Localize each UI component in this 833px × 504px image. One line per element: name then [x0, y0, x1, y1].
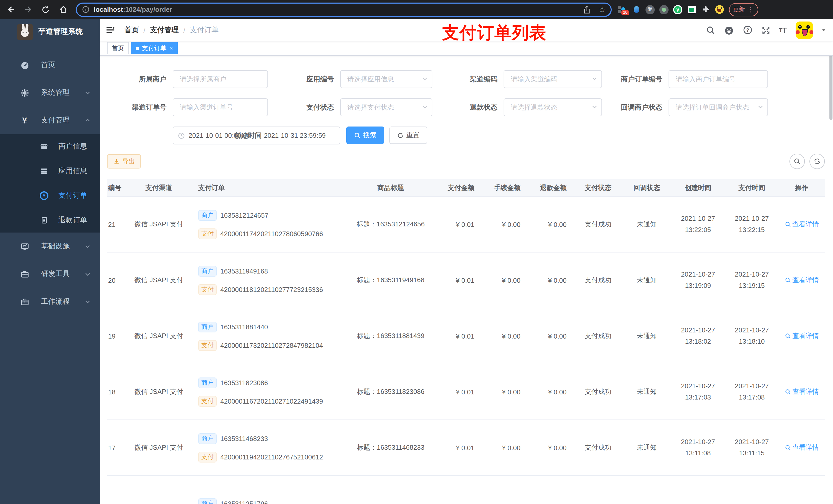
avatar-caret-icon[interactable]: [822, 29, 826, 33]
col-fee: 手续金额: [481, 183, 528, 192]
page-content: 所属商户 应用编号 渠道编码: [100, 56, 833, 504]
channel-order-no-input[interactable]: [173, 98, 268, 116]
browser-update-button[interactable]: 更新 ⋮: [729, 3, 758, 16]
merchant-tag: 商户: [198, 498, 217, 504]
extension-y-icon[interactable]: y: [673, 5, 682, 14]
merchant-tag: 商户: [198, 433, 217, 444]
field-label: 渠道编码: [432, 74, 504, 84]
cell-amount: ¥ 0.01: [435, 388, 481, 396]
red-annotation: 支付订单列表: [442, 22, 547, 45]
pay-tag: 支付: [198, 228, 217, 239]
cell-channel: 微信 JSAPI 支付: [125, 443, 192, 452]
home-icon[interactable]: [56, 3, 70, 16]
created-time: 13:18:02: [685, 338, 711, 345]
extension-balloon-icon[interactable]: [632, 5, 641, 14]
refresh-icon[interactable]: [809, 154, 825, 169]
cell-status: 支付成功: [574, 387, 622, 397]
merchant-order-no-input[interactable]: [669, 70, 768, 88]
page-scrollbar[interactable]: [829, 47, 832, 120]
breadcrumb-home[interactable]: 首页: [124, 25, 139, 34]
sidebar-item-payment[interactable]: ¥ 支付管理: [0, 106, 100, 134]
close-icon[interactable]: ×: [170, 45, 173, 51]
url-bar[interactable]: localhost:1024/pay/order ☆: [76, 2, 612, 17]
site-info-icon[interactable]: [82, 6, 90, 13]
pay-status-select[interactable]: [340, 98, 432, 116]
channel-code-select[interactable]: [504, 70, 602, 88]
extension-chat-icon[interactable]: [687, 5, 696, 14]
help-icon[interactable]: ?: [743, 25, 752, 35]
date-range-picker[interactable]: 2021-10-01 00:00:00 - 2021-10-31 23:59:5…: [173, 126, 340, 144]
share-icon[interactable]: [583, 5, 590, 14]
reset-button[interactable]: 重置: [389, 126, 427, 144]
cell-title: 标题：1635312124656: [346, 220, 435, 229]
view-detail-link[interactable]: 查看详情: [785, 220, 819, 229]
back-icon[interactable]: [4, 3, 18, 16]
sidebar-item-infrastructure[interactable]: 基础设施: [0, 233, 100, 260]
hamburger-icon[interactable]: [100, 19, 120, 41]
extension-command-icon[interactable]: ⌘: [645, 5, 655, 14]
view-detail-label: 查看详情: [792, 387, 819, 397]
paid-time: 13:18:10: [739, 338, 765, 345]
tag-pay-order[interactable]: 支付订单 ×: [131, 42, 178, 54]
extension-emoji-icon[interactable]: [715, 5, 724, 14]
pay-tag: 支付: [198, 396, 217, 406]
breadcrumb-separator: /: [143, 26, 145, 34]
cell-id: 21: [107, 220, 125, 228]
cell-pay-order: 商户1635311881440 支付4200001173202110272847…: [192, 308, 346, 364]
search-icon[interactable]: [706, 25, 715, 34]
cell-fee: ¥ 0.00: [481, 276, 528, 284]
paid-date: 2021-10-27: [735, 438, 769, 446]
filter-merchant-order-no: 商户订单编号: [602, 70, 768, 88]
search-label: 搜索: [363, 130, 377, 140]
merchant-tag: 商户: [198, 321, 217, 332]
merchant-input[interactable]: [173, 70, 268, 88]
chevron-up-icon: [85, 117, 91, 123]
col-actions: 操作: [779, 183, 825, 192]
refund-status-select[interactable]: [504, 98, 602, 116]
sidebar-item-app-info[interactable]: 应用信息: [0, 159, 100, 183]
fullscreen-icon[interactable]: [761, 25, 770, 34]
export-button[interactable]: 导出: [107, 154, 141, 169]
sidebar-item-refund-order[interactable]: 退款订单: [0, 208, 100, 233]
font-size-icon[interactable]: TT: [779, 26, 787, 34]
notify-status-select[interactable]: [669, 98, 768, 116]
sidebar-item-system[interactable]: 系统管理: [0, 79, 100, 106]
cell-channel: 微信 JSAPI 支付: [125, 387, 192, 397]
extension-puzzle-icon[interactable]: [701, 5, 710, 14]
cell-refund: ¥ 0.00: [528, 332, 574, 340]
extension-dot-icon[interactable]: [659, 5, 669, 14]
sidebar-item-label: 首页: [41, 61, 55, 70]
extension-badge: 10: [621, 10, 629, 15]
github-icon[interactable]: [723, 25, 734, 35]
view-detail-link[interactable]: 查看详情: [785, 331, 819, 341]
sidebar-item-merchant-info[interactable]: 商户信息: [0, 134, 100, 159]
paid-date: 2021-10-27: [735, 382, 769, 390]
table-row: 21 微信 JSAPI 支付 商户1635312124657 支付4200001…: [107, 197, 825, 253]
tag-home[interactable]: 首页: [107, 42, 128, 54]
sidebar-item-dev-tools[interactable]: 研发工具: [0, 260, 100, 288]
view-detail-link[interactable]: 查看详情: [785, 275, 819, 285]
toggle-search-icon[interactable]: [789, 154, 805, 169]
sidebar-item-pay-order[interactable]: ¥ 支付订单: [0, 183, 100, 208]
reload-icon[interactable]: [39, 3, 52, 16]
filter-channel-code: 渠道编码: [432, 70, 602, 88]
app-logo-row[interactable]: 芋道管理系统: [0, 19, 100, 45]
sidebar-item-workflow[interactable]: 工作流程: [0, 288, 100, 315]
col-title: 商品标题: [346, 183, 435, 192]
breadcrumb-payment[interactable]: 支付管理: [150, 25, 179, 34]
url-host: localhost: [94, 6, 123, 13]
cell-status: 支付成功: [574, 220, 622, 229]
sidebar-item-home[interactable]: 首页: [0, 51, 100, 79]
search-button[interactable]: 搜索: [346, 126, 384, 144]
avatar[interactable]: [795, 21, 813, 39]
view-detail-label: 查看详情: [792, 275, 819, 285]
merchant-order-no: 1635311949168: [220, 267, 268, 275]
app-id-select[interactable]: [340, 70, 432, 88]
bookmark-star-icon[interactable]: ☆: [599, 6, 605, 13]
view-detail-link[interactable]: 查看详情: [785, 443, 819, 452]
extension-diamond-icon[interactable]: ◆ 10: [618, 5, 627, 14]
view-detail-link[interactable]: 查看详情: [785, 387, 819, 397]
forward-icon[interactable]: [22, 3, 35, 16]
table-header-row: 编号 支付渠道 支付订单 商品标题 支付金额 手续金额 退款金额 支付状态 回调…: [107, 179, 825, 197]
browser-menu-icon[interactable]: ⋮: [747, 6, 754, 13]
